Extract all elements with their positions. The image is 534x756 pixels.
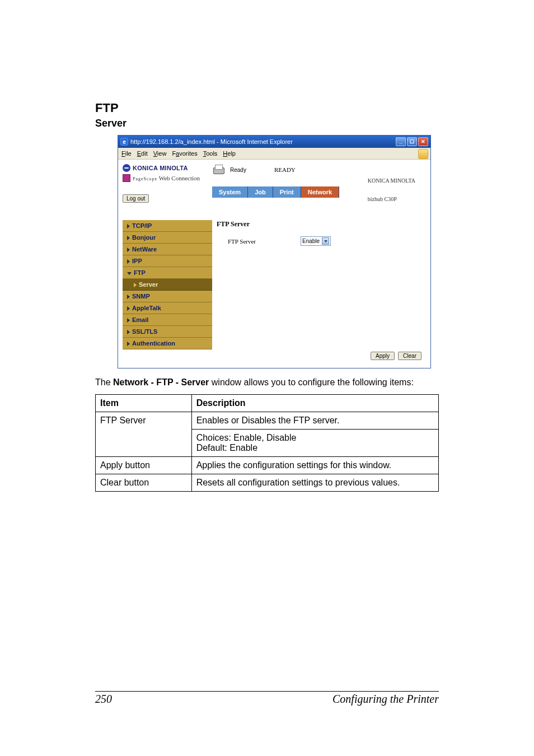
status-ready-small: Ready bbox=[230, 167, 246, 173]
tab-network[interactable]: Network bbox=[301, 186, 339, 198]
menu-help[interactable]: Help bbox=[223, 150, 236, 157]
ie-app-icon: e bbox=[120, 138, 128, 146]
window-close-button[interactable]: ✕ bbox=[418, 137, 428, 146]
header-model-name: bizhub C30P bbox=[368, 196, 426, 202]
cell-item-apply: Apply button bbox=[96, 456, 192, 474]
clear-button[interactable]: Clear bbox=[398, 352, 421, 360]
sidebar-item-ftp[interactable]: FTP bbox=[123, 267, 212, 279]
window-minimize-button[interactable]: _ bbox=[396, 137, 406, 146]
printer-icon bbox=[212, 164, 224, 175]
content-title: FTP Server bbox=[217, 220, 421, 228]
cell-item-clear: Clear button bbox=[96, 474, 192, 491]
window-titlebar: e http://192.168.1.2/a_index.html - Micr… bbox=[118, 136, 430, 148]
th-description: Description bbox=[191, 394, 438, 412]
sidebar-label-bonjour: Bonjour bbox=[132, 234, 156, 241]
konica-minolta-logo: KONICA MINOLTA bbox=[123, 164, 212, 172]
footer-section-title: Configuring the Printer bbox=[332, 693, 439, 706]
sidebar-item-netware[interactable]: NetWare bbox=[123, 244, 212, 255]
tabs: System Job Print Network bbox=[212, 186, 368, 198]
ftp-server-select-value: Enable bbox=[302, 238, 320, 244]
cell-desc-default: Default: Enable bbox=[196, 443, 434, 453]
para-post: window allows you to configure the follo… bbox=[209, 377, 414, 387]
cell-desc-choices: Choices: Enable, Disable bbox=[196, 433, 434, 443]
page-footer: 250 Configuring the Printer bbox=[95, 691, 439, 706]
cell-desc-ftp-server-bc: Choices: Enable, Disable Default: Enable bbox=[191, 429, 438, 456]
chevron-down-icon bbox=[322, 237, 329, 245]
sidebar-item-authentication[interactable]: Authentication bbox=[123, 338, 212, 349]
para-bold: Network - FTP - Server bbox=[113, 377, 209, 387]
description-paragraph: The Network - FTP - Server window allows… bbox=[95, 376, 439, 389]
menu-file[interactable]: File bbox=[121, 150, 132, 157]
sidebar-label-ipp: IPP bbox=[132, 258, 142, 264]
sidebar-label-email: Email bbox=[132, 316, 148, 323]
tab-system[interactable]: System bbox=[212, 186, 248, 198]
para-pre: The bbox=[95, 377, 113, 387]
web-connection-label: Web Connection bbox=[159, 175, 200, 181]
cell-desc-clear: Resets all configuration settings to pre… bbox=[191, 474, 438, 491]
pagescope-badge-icon bbox=[123, 174, 130, 182]
table-row: FTP Server Enables or Disables the FTP s… bbox=[96, 412, 439, 429]
th-item: Item bbox=[96, 394, 192, 412]
form-label-ftp-server: FTP Server bbox=[228, 238, 256, 245]
sidebar-label-netware: NetWare bbox=[132, 246, 157, 253]
sidebar-label-ftp-server: Server bbox=[139, 281, 158, 288]
window-maximize-button[interactable]: ☐ bbox=[407, 137, 417, 146]
footer-divider bbox=[95, 691, 439, 692]
page-number: 250 bbox=[95, 693, 112, 706]
table-row: Clear button Resets all configuration se… bbox=[96, 474, 439, 491]
heading-server: Server bbox=[95, 118, 439, 129]
sidebar-label-tcpip: TCP/IP bbox=[132, 222, 152, 229]
menu-tools[interactable]: Tools bbox=[203, 150, 218, 157]
logout-button[interactable]: Log out bbox=[123, 194, 149, 203]
tab-job[interactable]: Job bbox=[248, 186, 273, 198]
sidebar: TCP/IP Bonjour NetWare IPP FTP Server SN… bbox=[123, 218, 212, 363]
window-title: http://192.168.1.2/a_index.html - Micros… bbox=[130, 138, 293, 145]
menu-favorites[interactable]: Favorites bbox=[172, 150, 197, 157]
header-model-brand: KONICA MINOLTA bbox=[368, 178, 426, 184]
apply-button[interactable]: Apply bbox=[371, 352, 395, 360]
description-table: Item Description FTP Server Enables or D… bbox=[95, 394, 439, 492]
sidebar-label-appletalk: AppleTalk bbox=[132, 305, 161, 311]
sidebar-label-ftp: FTP bbox=[134, 269, 146, 276]
content-pane: FTP Server FTP Server Enable Apply Clear bbox=[212, 218, 426, 363]
sidebar-item-tcpip[interactable]: TCP/IP bbox=[123, 220, 212, 232]
sidebar-label-snmp: SNMP bbox=[132, 293, 150, 300]
sidebar-subitem-ftp-server[interactable]: Server bbox=[123, 279, 212, 291]
sidebar-label-auth: Authentication bbox=[132, 340, 175, 347]
heading-ftp: FTP bbox=[95, 101, 439, 115]
ftp-server-select[interactable]: Enable bbox=[301, 236, 331, 246]
sidebar-item-ssl-tls[interactable]: SSL/TLS bbox=[123, 326, 212, 338]
sidebar-item-ipp[interactable]: IPP bbox=[123, 255, 212, 267]
ie-menubar: File Edit View Favorites Tools Help bbox=[118, 148, 430, 160]
km-globe-icon bbox=[123, 164, 130, 172]
pagescope-label: PageScope bbox=[133, 176, 157, 181]
sidebar-item-appletalk[interactable]: AppleTalk bbox=[123, 302, 212, 314]
cell-desc-apply: Applies the configuration settings for t… bbox=[191, 456, 438, 474]
menu-edit[interactable]: Edit bbox=[137, 150, 148, 157]
table-row: Apply button Applies the configuration s… bbox=[96, 456, 439, 474]
sidebar-item-snmp[interactable]: SNMP bbox=[123, 291, 212, 302]
ie-flag-icon bbox=[418, 149, 428, 159]
cell-item-ftp-server: FTP Server bbox=[96, 412, 192, 456]
menu-view[interactable]: View bbox=[153, 150, 167, 157]
status-ready-big: READY bbox=[274, 166, 296, 173]
sidebar-label-ssl: SSL/TLS bbox=[132, 328, 157, 335]
sidebar-item-bonjour[interactable]: Bonjour bbox=[123, 232, 212, 244]
tab-print[interactable]: Print bbox=[273, 186, 301, 198]
km-brand-text: KONICA MINOLTA bbox=[133, 165, 188, 171]
sidebar-item-email[interactable]: Email bbox=[123, 314, 212, 326]
cell-desc-ftp-server-a: Enables or Disables the FTP server. bbox=[191, 412, 438, 429]
ie-window: e http://192.168.1.2/a_index.html - Micr… bbox=[118, 135, 431, 368]
